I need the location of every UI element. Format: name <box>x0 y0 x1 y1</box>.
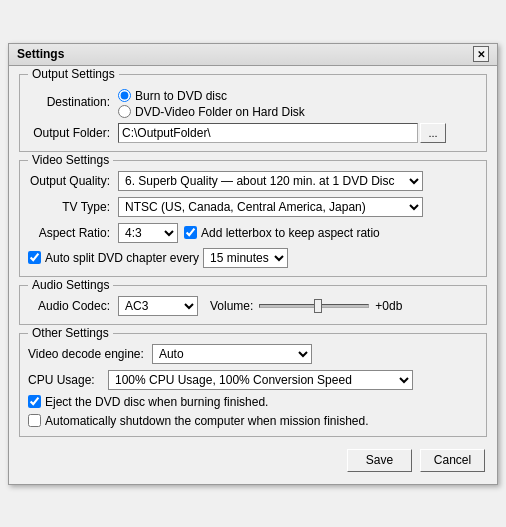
auto-split-label: Auto split DVD chapter every <box>45 251 199 265</box>
cpu-row: CPU Usage: 100% CPU Usage, 100% Conversi… <box>28 370 478 390</box>
aspect-row: Aspect Ratio: 4:3 16:9 Add letterbox to … <box>28 223 478 243</box>
output-folder-input[interactable] <box>118 123 418 143</box>
volume-label: Volume: <box>210 299 253 313</box>
auto-split-checkbox[interactable] <box>28 251 41 264</box>
destination-row: Destination: Burn to DVD disc DVD-Video … <box>28 85 478 119</box>
aspect-controls: 4:3 16:9 Add letterbox to keep aspect ra… <box>118 223 380 243</box>
radio-burn-row: Burn to DVD disc <box>118 89 305 103</box>
shutdown-label: Automatically shutdown the computer when… <box>45 414 369 428</box>
destination-radio-group: Burn to DVD disc DVD-Video Folder on Har… <box>118 89 305 119</box>
volume-slider[interactable] <box>259 299 369 313</box>
cpu-label: CPU Usage: <box>28 373 108 387</box>
audio-settings-label: Audio Settings <box>28 278 113 292</box>
save-button[interactable]: Save <box>347 449 412 472</box>
tvtype-label: TV Type: <box>28 200 118 214</box>
db-label: +0db <box>375 299 402 313</box>
cancel-button[interactable]: Cancel <box>420 449 485 472</box>
slider-thumb[interactable] <box>314 299 322 313</box>
volume-row: Volume: +0db <box>210 299 402 313</box>
radio-burn-label: Burn to DVD disc <box>135 89 227 103</box>
output-settings-label: Output Settings <box>28 67 119 81</box>
minutes-select[interactable]: 15 minutes 30 minutes 60 minutes <box>203 248 288 268</box>
audio-settings-group: Audio Settings Audio Codec: AC3 MP2 Volu… <box>19 285 487 325</box>
output-folder-row: Output Folder: ... <box>28 123 478 143</box>
radio-folder-label: DVD-Video Folder on Hard Disk <box>135 105 305 119</box>
letterbox-row: Add letterbox to keep aspect ratio <box>184 226 380 240</box>
title-bar: Settings ✕ <box>9 44 497 66</box>
audio-codec-label: Audio Codec: <box>28 299 118 313</box>
quality-label: Output Quality: <box>28 174 118 188</box>
shutdown-row: Automatically shutdown the computer when… <box>28 414 478 428</box>
close-button[interactable]: ✕ <box>473 46 489 62</box>
letterbox-label: Add letterbox to keep aspect ratio <box>201 226 380 240</box>
other-settings-group: Other Settings Video decode engine: Auto… <box>19 333 487 437</box>
codec-select[interactable]: AC3 MP2 <box>118 296 198 316</box>
output-folder-label: Output Folder: <box>28 126 118 140</box>
radio-folder[interactable] <box>118 105 131 118</box>
dialog-body: Output Settings Destination: Burn to DVD… <box>9 66 497 484</box>
quality-select[interactable]: 6. Superb Quality — about 120 min. at 1 … <box>118 171 423 191</box>
other-settings-label: Other Settings <box>28 326 113 340</box>
cpu-select[interactable]: 100% CPU Usage, 100% Conversion Speed50%… <box>108 370 413 390</box>
chapter-row: Auto split DVD chapter every 15 minutes … <box>28 248 478 268</box>
radio-folder-row: DVD-Video Folder on Hard Disk <box>118 105 305 119</box>
output-settings-group: Output Settings Destination: Burn to DVD… <box>19 74 487 152</box>
engine-row: Video decode engine: Auto Software Hardw… <box>28 344 478 364</box>
video-settings-group: Video Settings Output Quality: 6. Superb… <box>19 160 487 277</box>
settings-dialog: Settings ✕ Output Settings Destination: … <box>8 43 498 485</box>
engine-select[interactable]: Auto Software Hardware <box>152 344 312 364</box>
eject-checkbox[interactable] <box>28 395 41 408</box>
aspect-select[interactable]: 4:3 16:9 <box>118 223 178 243</box>
shutdown-checkbox[interactable] <box>28 414 41 427</box>
video-settings-label: Video Settings <box>28 153 113 167</box>
bottom-buttons: Save Cancel <box>19 445 487 474</box>
eject-label: Eject the DVD disc when burning finished… <box>45 395 268 409</box>
tvtype-row: TV Type: NTSC (US, Canada, Central Ameri… <box>28 197 478 217</box>
engine-label: Video decode engine: <box>28 347 152 361</box>
radio-burn[interactable] <box>118 89 131 102</box>
letterbox-checkbox[interactable] <box>184 226 197 239</box>
tvtype-select[interactable]: NTSC (US, Canada, Central America, Japan… <box>118 197 423 217</box>
audio-codec-row: Audio Codec: AC3 MP2 Volume: +0db <box>28 296 478 316</box>
destination-label: Destination: <box>28 95 118 109</box>
quality-row: Output Quality: 6. Superb Quality — abou… <box>28 171 478 191</box>
eject-row: Eject the DVD disc when burning finished… <box>28 395 478 409</box>
dialog-title: Settings <box>17 47 64 61</box>
aspect-label: Aspect Ratio: <box>28 226 118 240</box>
browse-button[interactable]: ... <box>420 123 446 143</box>
